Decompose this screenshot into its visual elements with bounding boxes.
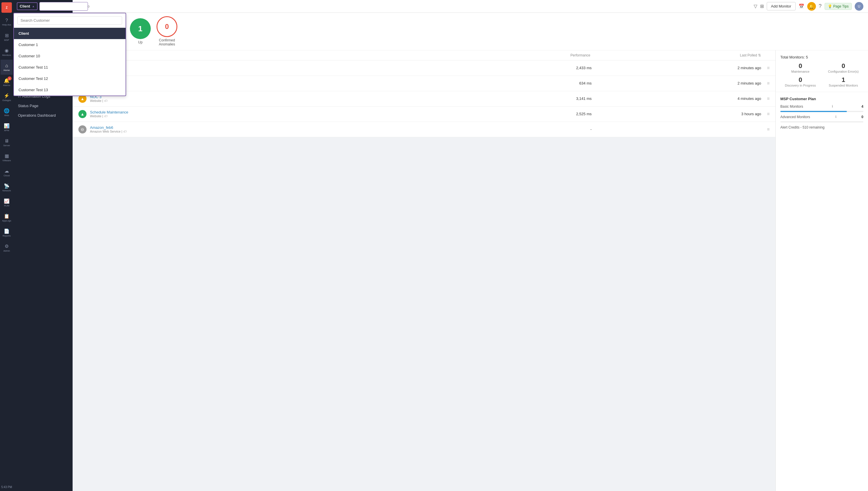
sidebar-item-rum[interactable]: 📈 RUM (1, 195, 13, 210)
icon-sidebar: Z ? Help Ass ⊞ MSP ◉ Monitors ⌂ Home 2 🔔… (0, 0, 13, 491)
dropdown-item-customer1[interactable]: Customer 1 (14, 39, 126, 50)
outages-icon: ⚡ (4, 93, 9, 98)
sidebar-nav-status-page[interactable]: Status Page (13, 101, 72, 111)
sidebar-item-admin[interactable]: ⚙ Admin (1, 240, 13, 255)
filter-icon[interactable]: ▽ (754, 3, 757, 9)
sidebar-item-msp[interactable]: ⊞ MSP (1, 30, 13, 45)
monitor-last-1: 2 minutes ago (595, 66, 761, 70)
page-tips-icon: 💡 (828, 4, 832, 8)
dropdown-item-customer10[interactable]: Customer 10 (14, 50, 126, 62)
page-tips-button[interactable]: 💡 Page Tips (825, 3, 852, 10)
sidebar-item-outages[interactable]: ⚡ Outages (1, 90, 13, 105)
advanced-monitors-label: Advanced Monitors (780, 115, 810, 119)
help-icon[interactable]: ? (819, 3, 822, 9)
table-row: ⊖ Amazon_feb6 Amazon Web Service | 🏷 - ≡ (73, 122, 775, 137)
tag-icon-4[interactable]: 🏷 (104, 114, 107, 118)
rum-icon: 📈 (4, 198, 9, 204)
client-selector-label: Client (20, 4, 30, 8)
tag-icon-3[interactable]: 🏷 (104, 99, 107, 103)
sidebar-item-home[interactable]: ⌂ Home (1, 60, 13, 75)
svg-text:Z: Z (6, 6, 7, 9)
sidebar-item-vmware[interactable]: ▦ VMware (1, 150, 13, 165)
monitor-menu-1[interactable]: ≡ (765, 65, 770, 70)
monitor-type-3: Website | 🏷 (90, 99, 422, 103)
monitor-name-5[interactable]: Amazon_feb6 (90, 125, 422, 130)
apm-icon: 📊 (4, 123, 9, 128)
col-menu-header (761, 53, 770, 57)
monitors-icon: ◉ (5, 48, 9, 53)
network-icon: 📡 (4, 183, 9, 189)
home-icon: ⌂ (5, 63, 8, 68)
client-dropdown: Client Customer 1 Customer 10 Customer T… (13, 13, 126, 96)
sidebar-item-apm[interactable]: 📊 APM (1, 120, 13, 135)
stat-discovery: 0 Discovery in Progress (780, 76, 820, 87)
web-icon: 🌐 (4, 108, 9, 114)
sidebar-item-alarms[interactable]: 2 🔔 Alarms (1, 75, 13, 90)
msp-icon: ⊞ (5, 33, 9, 38)
content-area: Performance Last Polled ⇅ ▲ Website | 🏷 … (73, 50, 868, 491)
sidebar-item-applogs[interactable]: 📋 AppLogs (1, 210, 13, 225)
client-search-input[interactable] (39, 2, 88, 11)
dropdown-search-input[interactable] (18, 16, 122, 25)
suspended-label: Suspended Monitors (824, 84, 864, 87)
monitor-menu-5[interactable]: ≡ (765, 127, 770, 132)
monitor-menu-3[interactable]: ≡ (765, 96, 770, 101)
config-errors-label: Configuration Error(s) (824, 70, 864, 73)
msp-plan-section: MSP Customer Plan Basic Monitors ℹ 4 Adv… (776, 92, 868, 134)
monitor-name-3[interactable]: NOC 3 (90, 95, 422, 99)
anomaly-label: Confirmed Anomalies (157, 38, 177, 47)
anomaly-circle[interactable]: 0 (157, 16, 177, 37)
col-performance-header: Performance (420, 53, 591, 57)
advanced-monitors-info-icon: ℹ (835, 115, 836, 119)
main-content: nds ago ▽ ⊞ Add Monitor 📅 🔔 ? 💡 Page Tip… (73, 0, 868, 491)
tag-icon-5[interactable]: 🏷 (123, 130, 126, 133)
calendar-icon[interactable]: 📅 (799, 3, 804, 9)
notification-icon[interactable]: 🔔 (807, 2, 816, 11)
monitor-menu-2[interactable]: ≡ (765, 81, 770, 86)
topbar: nds ago ▽ ⊞ Add Monitor 📅 🔔 ? 💡 Page Tip… (73, 0, 868, 13)
sidebar-nav-operations-dashboard[interactable]: Operations Dashboard (13, 111, 72, 120)
basic-monitors-label: Basic Monitors (780, 105, 803, 109)
maintenance-value: 0 (780, 62, 820, 70)
monitor-last-3: 4 minutes ago (595, 96, 761, 101)
monitor-info-5: Amazon_feb6 Amazon Web Service | 🏷 (90, 125, 422, 133)
sidebar-item-server[interactable]: 🖥 Server (1, 135, 13, 150)
col-name-header (79, 53, 420, 57)
monitor-perf-2: 634 ms (426, 81, 592, 85)
applogs-icon: 📋 (4, 213, 9, 219)
discovery-value: 0 (780, 76, 820, 84)
dropdown-item-client[interactable]: Client (14, 28, 126, 39)
status-anomaly: 0 Confirmed Anomalies (157, 16, 177, 47)
grid-icon[interactable]: ⊞ (760, 3, 764, 9)
user-avatar[interactable]: U (855, 2, 863, 11)
monitor-name-4[interactable]: Schedule Maintenance (90, 110, 422, 114)
basic-monitors-item: Basic Monitors ℹ 4 (780, 105, 863, 109)
add-monitor-button[interactable]: Add Monitor (767, 2, 796, 10)
basic-monitors-value: 4 (861, 105, 863, 109)
suspended-value: 1 (824, 76, 864, 84)
dropdown-item-customer-test11[interactable]: Customer Test 11 (14, 62, 126, 73)
cloud-icon: ☁ (4, 168, 9, 174)
sidebar-item-monitors[interactable]: ◉ Monitors (1, 45, 13, 60)
advanced-monitors-value: 0 (861, 115, 863, 119)
monitor-menu-4[interactable]: ≡ (765, 112, 770, 117)
help-ass-icon: ? (5, 18, 8, 23)
msp-plan-title: MSP Customer Plan (780, 97, 863, 101)
advanced-monitors-item: Advanced Monitors ℹ 0 (780, 115, 863, 119)
topbar-right: ▽ ⊞ Add Monitor 📅 🔔 ? 💡 Page Tips U (754, 2, 863, 11)
sidebar-item-network[interactable]: 📡 Network (1, 180, 13, 195)
monitor-last-4: 3 hours ago (595, 112, 761, 116)
table-row: ▲ Website | 🏷 634 ms 2 minutes ago ≡ (73, 76, 775, 91)
sidebar-item-help-ass[interactable]: ? Help Ass (1, 15, 13, 30)
client-selector[interactable]: Client ▲ (17, 2, 38, 10)
monitor-type-4: Website | 🏷 (90, 114, 422, 118)
time-display: 5:43 PM (1, 486, 12, 491)
dropdown-item-customer-test12[interactable]: Customer Test 12 (14, 73, 126, 84)
app-logo[interactable]: Z (1, 2, 12, 13)
sidebar-item-reports[interactable]: 📄 Reports (1, 225, 13, 240)
monitor-perf-5: - (426, 127, 592, 132)
sidebar-item-cloud[interactable]: ☁ Cloud (1, 165, 13, 180)
up-circle[interactable]: 1 (130, 18, 151, 39)
dropdown-item-customer-test13[interactable]: Customer Test 13 (14, 84, 126, 95)
sidebar-item-web[interactable]: 🌐 Web (1, 105, 13, 120)
